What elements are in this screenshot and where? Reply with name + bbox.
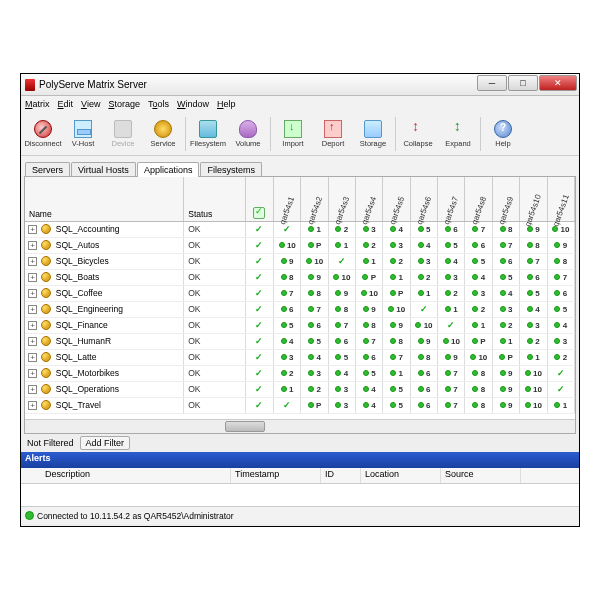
cell[interactable]: 2 [301, 381, 328, 397]
cell[interactable]: 3 [383, 237, 410, 253]
expand-icon[interactable]: + [28, 321, 37, 330]
cell[interactable]: 9 [492, 397, 519, 413]
cell[interactable]: 8 [492, 221, 519, 237]
toolbar-disconnect-button[interactable]: Disconnect [23, 114, 63, 153]
expand-icon[interactable]: + [28, 273, 37, 282]
table-row[interactable]: + SQL_LatteOK✓ 3 4 5 6 7 8 9 10 P 1 2 [25, 349, 575, 365]
cell[interactable]: 5 [383, 397, 410, 413]
cell[interactable]: 4 [492, 285, 519, 301]
tab-applications[interactable]: Applications [137, 162, 200, 177]
cell[interactable]: 1 [547, 397, 574, 413]
cell[interactable]: 9 [273, 253, 300, 269]
table-row[interactable]: + SQL_EngineeringOK✓ 6 7 8 9 10✓ 1 2 3 4… [25, 301, 575, 317]
cell[interactable]: 10 [383, 301, 410, 317]
cell[interactable]: 4 [383, 221, 410, 237]
cell[interactable]: 6 [328, 333, 355, 349]
col-server-qar54s7[interactable]: qar54s7 [438, 177, 465, 221]
cell[interactable]: 1 [438, 301, 465, 317]
toolbar-deport-button[interactable]: Deport [313, 114, 353, 153]
cell[interactable]: 6 [410, 397, 437, 413]
cell[interactable]: 7 [438, 397, 465, 413]
menu-storage[interactable]: Storage [108, 99, 140, 109]
maximize-button[interactable]: □ [508, 75, 538, 91]
menu-help[interactable]: Help [217, 99, 236, 109]
cell[interactable]: 9 [410, 333, 437, 349]
col-server-qar54s8[interactable]: qar54s8 [465, 177, 492, 221]
cell[interactable]: P [356, 269, 383, 285]
cell[interactable]: 4 [520, 301, 547, 317]
cell[interactable]: 1 [273, 381, 300, 397]
col-server-qar54s3[interactable]: qar54s3 [328, 177, 355, 221]
titlebar[interactable]: PolyServe Matrix Server ─ □ ✕ [21, 74, 579, 96]
cell[interactable]: ✓ [273, 221, 300, 237]
alerts-col-location[interactable]: Location [361, 468, 441, 483]
cell[interactable]: 6 [492, 253, 519, 269]
cell[interactable]: 8 [356, 317, 383, 333]
cell[interactable]: 4 [356, 381, 383, 397]
cell[interactable]: 3 [273, 349, 300, 365]
toolbar-import-button[interactable]: Import [273, 114, 313, 153]
alerts-col-description[interactable]: Description [41, 468, 231, 483]
table-row[interactable]: + SQL_MotorbikesOK✓ 2 3 4 5 1 6 7 8 9 10… [25, 365, 575, 381]
table-row[interactable]: + SQL_TravelOK✓✓ P 3 4 5 6 7 8 9 10 1 [25, 397, 575, 413]
table-row[interactable]: + SQL_HumanROK✓ 4 5 6 7 8 9 10 P 1 2 3 [25, 333, 575, 349]
cell[interactable]: 8 [520, 237, 547, 253]
cell[interactable]: 10 [301, 253, 328, 269]
cell[interactable]: 5 [492, 269, 519, 285]
add-filter-button[interactable]: Add Filter [80, 436, 131, 450]
tab-servers[interactable]: Servers [25, 162, 70, 177]
cell[interactable]: P [301, 237, 328, 253]
cell[interactable]: 5 [383, 381, 410, 397]
col-server-qar54s2[interactable]: qar54s2 [301, 177, 328, 221]
cell[interactable]: 7 [547, 269, 574, 285]
cell[interactable]: 7 [438, 381, 465, 397]
cell[interactable]: 4 [356, 397, 383, 413]
cell[interactable]: 10 [328, 269, 355, 285]
cell[interactable]: 4 [547, 317, 574, 333]
cell[interactable]: 10 [273, 237, 300, 253]
table-row[interactable]: + SQL_BoatsOK✓ 8 9 10 P 1 2 3 4 5 6 7 [25, 269, 575, 285]
alerts-header[interactable]: Alerts [21, 452, 579, 468]
cell[interactable]: 7 [301, 301, 328, 317]
cell[interactable]: 8 [547, 253, 574, 269]
menu-window[interactable]: Window [177, 99, 209, 109]
cell[interactable]: 5 [273, 317, 300, 333]
cell[interactable]: 1 [465, 317, 492, 333]
cell[interactable]: 8 [465, 397, 492, 413]
cell[interactable]: 3 [410, 253, 437, 269]
toolbar-help-button[interactable]: Help [483, 114, 523, 153]
expand-icon[interactable]: + [28, 225, 37, 234]
cell[interactable]: 2 [410, 269, 437, 285]
toolbar-expand-button[interactable]: Expand [438, 114, 478, 153]
cell[interactable]: 10 [410, 317, 437, 333]
cell[interactable]: 3 [465, 285, 492, 301]
cell[interactable]: 10 [520, 397, 547, 413]
scrollbar-thumb[interactable] [225, 421, 265, 432]
expand-icon[interactable]: + [28, 353, 37, 362]
cell[interactable]: 6 [356, 349, 383, 365]
cell[interactable]: 9 [328, 285, 355, 301]
toolbar-volume-button[interactable]: Volume [228, 114, 268, 153]
expand-icon[interactable]: + [28, 401, 37, 410]
cell[interactable]: 5 [410, 221, 437, 237]
cell[interactable]: 3 [492, 301, 519, 317]
expand-icon[interactable]: + [28, 289, 37, 298]
cell[interactable]: 1 [356, 253, 383, 269]
cell[interactable]: 10 [520, 381, 547, 397]
cell[interactable]: 2 [356, 237, 383, 253]
cell[interactable]: 1 [410, 285, 437, 301]
cell[interactable]: 9 [520, 221, 547, 237]
table-row[interactable]: + SQL_AccountingOK✓✓ 1 2 3 4 5 6 7 8 9 1… [25, 221, 575, 237]
cell[interactable]: 2 [438, 285, 465, 301]
cell[interactable]: 5 [547, 301, 574, 317]
cell[interactable]: 9 [492, 365, 519, 381]
cell[interactable]: ✓ [547, 365, 574, 381]
tab-filesystems[interactable]: Filesystems [200, 162, 262, 177]
cell[interactable]: 9 [438, 349, 465, 365]
cell[interactable]: 10 [520, 365, 547, 381]
cell[interactable]: 10 [356, 285, 383, 301]
col-status[interactable]: Status [184, 177, 245, 221]
cell[interactable]: 7 [492, 237, 519, 253]
cell[interactable]: 4 [328, 365, 355, 381]
cell[interactable]: 9 [356, 301, 383, 317]
